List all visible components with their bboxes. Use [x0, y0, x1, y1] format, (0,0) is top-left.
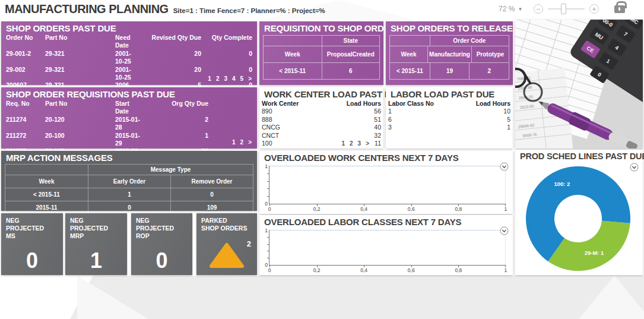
kpi-parked-shop-orders[interactable]: PARKEDSHOP ORDERS 2	[196, 213, 257, 275]
panel-labor-load-past-due: LABOR LOAD PAST DUE Labor Class NoLoad H…	[386, 87, 513, 149]
cell: 6	[322, 63, 380, 79]
x-tick-label: 1	[500, 267, 512, 273]
page-button[interactable]: >	[248, 139, 252, 146]
table-header-row: Work CenterLoad Hours	[262, 100, 381, 108]
cell: 0	[88, 201, 170, 214]
page-button[interactable]: 2	[350, 140, 353, 147]
kpi-neg-projected-rop[interactable]: NEG PROJECTEDROP 0	[131, 213, 192, 275]
cell: 29-001-2	[6, 50, 45, 66]
table-row[interactable]: < 2015-116	[264, 62, 379, 79]
x-tick-label: 0,6	[405, 267, 417, 273]
collapse-chevron-icon[interactable]	[630, 163, 639, 172]
panel-prod-sched-lines-past-due: PROD SCHED LINES PAST DUE 29-M: 1100: 2	[515, 150, 643, 275]
chevron-down-icon[interactable]: ▾	[519, 6, 522, 12]
table-row[interactable]: 2015-110109	[5, 201, 253, 214]
zoom-slider-thumb[interactable]	[561, 4, 566, 14]
cell: CNCG	[262, 124, 343, 131]
zoom-slider[interactable]	[548, 8, 585, 10]
zoom-in-button[interactable]: +	[589, 4, 599, 14]
column-header: Remove Order	[170, 175, 253, 188]
chart-title: PROD SCHED LINES PAST DUE	[515, 150, 643, 162]
x-tick-label: 0	[264, 267, 275, 273]
table-row[interactable]: 110	[388, 108, 510, 115]
table-row[interactable]: 21127420-1202015-01-282	[6, 116, 208, 132]
cell: 888	[262, 116, 343, 124]
donut-slice-label: 100: 2	[554, 181, 570, 187]
cell: 40	[343, 124, 381, 131]
column-header: Labor Class No	[388, 100, 472, 108]
page-button[interactable]: 2	[216, 75, 220, 82]
labor-load-table: Labor Class NoLoad Hours 1106531	[386, 100, 513, 132]
cell: 19	[430, 63, 469, 79]
kpi-neg-projected-mrp[interactable]: NEG PROJECTEDMRP 1	[65, 213, 127, 275]
kpi-label: NEG PROJECTEDROP	[131, 213, 192, 240]
cell: 2001-10-25	[115, 66, 139, 82]
table-row[interactable]: 88851	[262, 116, 381, 124]
page-button[interactable]: 1	[232, 139, 236, 146]
cell: 1	[388, 108, 472, 115]
page-button[interactable]: 2	[240, 139, 244, 146]
zoom-out-button[interactable]: −	[534, 4, 543, 14]
panel-title: SHOP ORDERS TO RELEASE	[386, 21, 513, 34]
page-button[interactable]: >	[248, 75, 252, 82]
chart-title: OVERLOADED LABOR CLASSES NEXT 7 DAYS	[259, 215, 513, 228]
panel-requisition-to-shop-order: REQUISITION TO SHOP ORDER State WeekProp…	[259, 21, 383, 85]
chart-title: OVERLOADED WORK CENTERS NEXT 7 DAYS	[259, 151, 513, 163]
lock-icon[interactable]	[614, 5, 625, 13]
page-button[interactable]: 3	[358, 140, 361, 147]
page-title: MANUFACTURING PLANNING	[5, 2, 169, 16]
column-header: Org Qty Due	[142, 100, 208, 116]
cell: 10	[472, 108, 510, 115]
table-row[interactable]: 21127220-1002015-01-291	[6, 132, 208, 148]
x-tick-label: 1	[500, 206, 512, 212]
table-row[interactable]: CNCG40	[262, 124, 381, 131]
panel-title: MRP ACTION MESSAGES	[1, 151, 257, 163]
pagination: 12>	[227, 139, 252, 146]
pagination: 12345>	[203, 75, 252, 82]
table-row[interactable]: < 2015-1110	[5, 188, 253, 201]
page-button[interactable]: 4	[232, 75, 236, 82]
column-header: Need Date	[115, 34, 139, 50]
donut-slice[interactable]	[548, 220, 630, 271]
column-header: Load Hours	[343, 100, 381, 108]
x-axis-labels: 00,20,40,60,81	[264, 206, 512, 212]
panel-overloaded-work-centers: OVERLOADED WORK CENTERS NEXT 7 DAYS 1 0 …	[259, 151, 513, 214]
group-header-row: State	[264, 36, 379, 46]
table-row[interactable]: 65	[388, 116, 510, 124]
table-row[interactable]: CNCT32	[262, 132, 381, 140]
page-button[interactable]: 1	[341, 140, 345, 147]
table-row[interactable]: 89056	[262, 108, 381, 115]
column-header: Order No	[6, 34, 45, 50]
cell: 5	[472, 116, 510, 124]
column-header: Early Order	[88, 175, 170, 188]
collapse-chevron-icon[interactable]	[500, 226, 509, 235]
column-header: Week	[5, 175, 88, 188]
cell: 2	[469, 63, 509, 79]
table-row[interactable]: 31	[388, 124, 510, 131]
page-button[interactable]: 5	[240, 75, 244, 82]
column-header: Work Center	[262, 100, 343, 108]
cell: 32	[343, 132, 381, 140]
kpi-label: PARKEDSHOP ORDERS	[196, 213, 257, 232]
cell: < 2015-11	[390, 63, 430, 79]
panel-shop-orders-past-due: SHOP ORDERS PAST DUE Order NoPart NoNeed…	[1, 21, 257, 85]
page-button[interactable]: 3	[224, 75, 227, 82]
page-button[interactable]: 1	[208, 75, 211, 82]
collapse-chevron-icon[interactable]	[500, 162, 509, 171]
calculator-photo-graphic: 7080-21 2301-48 2690-20 2923-00 28596-82…	[515, 20, 643, 149]
group-header-row: Message Type	[5, 165, 253, 175]
kpi-neg-projected-ms[interactable]: NEG PROJECTEDMS 0	[1, 213, 63, 275]
zoom-level[interactable]: 72 %	[499, 5, 515, 13]
cell: 29-321	[45, 66, 115, 82]
table-header-row: WeekProposalCreated	[264, 46, 379, 62]
cell: 100	[262, 140, 343, 147]
y-tick-label: 1	[263, 228, 268, 233]
table-row[interactable]: 29-001-229-3212001-10-25200	[6, 50, 252, 66]
table-row[interactable]: < 2015-11192	[390, 62, 509, 79]
y-tick-label: 1	[263, 163, 268, 169]
page-button[interactable]: >	[366, 140, 369, 147]
cell: 0	[201, 50, 252, 66]
x-tick-label: 0,2	[311, 267, 323, 273]
table-header-row: Order NoPart NoNeed DateRevised Qty DueQ…	[6, 34, 252, 50]
cell: 0	[170, 188, 253, 201]
